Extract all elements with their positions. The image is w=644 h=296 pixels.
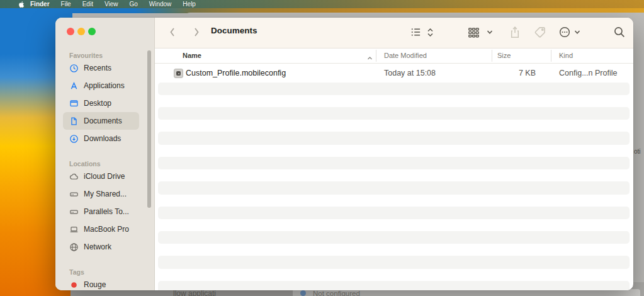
finder-window: Favourites Recents Applications Desktop: [55, 18, 633, 290]
globe-icon: [69, 242, 79, 252]
more-options-icon[interactable]: [558, 26, 571, 38]
sidebar-item-label: Applications: [84, 81, 125, 90]
tag-icon[interactable]: [534, 26, 546, 38]
background-blue-icon: [300, 290, 306, 296]
sidebar-item-documents[interactable]: Documents: [63, 112, 139, 130]
column-divider[interactable]: [376, 50, 376, 62]
column-header-name[interactable]: Name: [183, 52, 201, 59]
menu-item-finder[interactable]: Finder: [25, 1, 55, 8]
group-view-icon[interactable]: [467, 26, 480, 39]
column-header-size[interactable]: Size: [497, 52, 511, 59]
sidebar-item-icloud-drive[interactable]: iCloud Drive: [63, 168, 139, 185]
sidebar-item-desktop[interactable]: Desktop: [63, 94, 139, 112]
chevron-up-down-icon[interactable]: [426, 28, 434, 37]
column-divider[interactable]: [492, 50, 492, 62]
list-view-icon[interactable]: [410, 26, 422, 38]
sidebar-item-downloads[interactable]: Downloads: [63, 130, 139, 147]
sidebar-section-tags: Tags: [69, 266, 154, 276]
sidebar-item-label: Downloads: [84, 134, 121, 143]
sidebar-item-label: Desktop: [84, 99, 111, 108]
harddrive-icon: [69, 190, 79, 199]
background-text-fragment: oti: [634, 148, 641, 155]
menu-item-help[interactable]: Help: [177, 1, 201, 8]
sidebar-item-recents[interactable]: Recents: [63, 59, 139, 77]
sidebar-item-label: Recents: [84, 64, 111, 72]
sidebar-item-tag-rouge[interactable]: Rouge: [63, 276, 139, 290]
file-kind: Config...n Profile: [559, 69, 617, 77]
sidebar-item-parallels[interactable]: Parallels To...: [63, 203, 139, 220]
apple-menu[interactable]: [18, 1, 25, 8]
cloud-icon: [69, 172, 79, 181]
close-button[interactable]: [67, 28, 74, 35]
column-header-kind[interactable]: Kind: [559, 52, 573, 59]
sidebar-scrollbar[interactable]: [147, 50, 151, 208]
sort-ascending-icon[interactable]: [366, 53, 373, 64]
desktop-icon: [69, 99, 79, 108]
sidebar: Favourites Recents Applications Desktop: [55, 18, 155, 290]
red-tag-icon: [69, 280, 79, 290]
forward-button[interactable]: [191, 25, 201, 42]
laptop-icon: [69, 225, 79, 234]
sidebar-item-label: Rouge: [84, 280, 106, 289]
file-date-modified: Today at 15:08: [384, 69, 436, 77]
row-stripe: [158, 83, 630, 96]
sidebar-item-network[interactable]: Network: [63, 238, 139, 256]
sidebar-item-label: Network: [84, 242, 111, 251]
menu-bar: Finder File Edit View Go Window Help: [0, 0, 644, 8]
minimize-button[interactable]: [77, 28, 85, 35]
sidebar-section-favourites: Favourites: [69, 49, 154, 59]
sidebar-item-label: iCloud Drive: [84, 172, 125, 181]
row-stripe: [158, 231, 630, 244]
file-size: 7 KB: [493, 69, 536, 77]
menu-item-view[interactable]: View: [99, 1, 124, 8]
sidebar-item-applications[interactable]: Applications: [63, 77, 139, 94]
row-stripe: [158, 132, 630, 145]
harddrive-icon: [69, 207, 79, 217]
row-stripe: [158, 181, 630, 195]
search-icon[interactable]: [613, 26, 626, 38]
window-title: Documents: [211, 26, 257, 35]
sidebar-item-my-shared[interactable]: My Shared...: [63, 185, 139, 203]
download-icon: [69, 134, 79, 144]
row-stripe: [158, 281, 630, 290]
sidebar-item-label: My Shared...: [84, 190, 127, 198]
applications-icon: [69, 81, 79, 91]
row-stripe: [158, 256, 630, 269]
sidebar-item-label: Documents: [84, 117, 122, 125]
zoom-button[interactable]: [88, 28, 96, 35]
background-text-fragment: Not configured: [313, 290, 360, 296]
sidebar-section-locations: Locations: [69, 157, 154, 168]
file-row[interactable]: Custom_Profile.mobileconfig Today at 15:…: [155, 64, 633, 83]
sidebar-item-macbook-pro[interactable]: MacBook Pro: [63, 220, 139, 238]
share-icon[interactable]: [509, 26, 521, 39]
clock-icon: [69, 64, 79, 73]
file-name: Custom_Profile.mobileconfig: [186, 69, 286, 77]
column-header-date-modified[interactable]: Date Modified: [384, 52, 427, 59]
menu-item-edit[interactable]: Edit: [77, 1, 99, 8]
row-stripe: [158, 207, 630, 220]
menu-item-file[interactable]: File: [55, 1, 77, 8]
back-button[interactable]: [167, 25, 178, 42]
chevron-down-icon[interactable]: [486, 28, 494, 36]
menu-item-go[interactable]: Go: [123, 1, 143, 8]
column-divider[interactable]: [551, 50, 551, 62]
sidebar-item-label: Parallels To...: [84, 207, 129, 216]
apple-icon: [18, 1, 25, 8]
chevron-down-icon[interactable]: [573, 28, 581, 36]
document-icon: [69, 117, 79, 126]
row-stripe: [158, 107, 630, 120]
row-stripe: [158, 157, 630, 170]
sidebar-item-label: MacBook Pro: [84, 225, 129, 234]
menu-item-window[interactable]: Window: [144, 1, 178, 8]
mobileconfig-file-icon: [174, 69, 183, 78]
